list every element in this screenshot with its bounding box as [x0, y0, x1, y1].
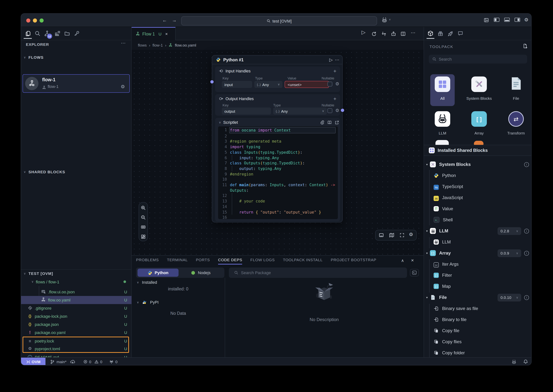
- tree-group-system-blocks[interactable]: ▾ System Blocks i: [424, 159, 532, 170]
- tree-group-llm[interactable]: ▾ LLM 0.2.8∨ i: [424, 225, 532, 237]
- tree-item-map[interactable]: [ ] Map: [424, 281, 532, 292]
- rerun-icon[interactable]: [371, 31, 377, 37]
- tree-item-copy-flies[interactable]: Copy flies: [424, 336, 532, 347]
- package-search-input[interactable]: Search Package: [229, 267, 407, 278]
- version-select[interactable]: 0.0.10∨: [497, 294, 521, 301]
- tree-item-value[interactable]: Value: [424, 203, 532, 214]
- toolpack-tab-icon[interactable]: [427, 30, 434, 37]
- output-connector-dot[interactable]: [340, 108, 345, 112]
- input-type-select[interactable]: {..} Any ∨: [254, 81, 282, 88]
- toggle-panel-icon[interactable]: [378, 232, 384, 238]
- add-input-handle-button[interactable]: +: [333, 68, 336, 74]
- info-icon[interactable]: i: [524, 251, 529, 255]
- file-blocks-icon[interactable]: [508, 76, 524, 91]
- branch-status-item[interactable]: main*: [50, 358, 75, 365]
- more-actions-icon[interactable]: ⋯: [121, 40, 126, 46]
- minimap-icon[interactable]: [389, 232, 394, 238]
- tab-ports[interactable]: PORTS: [196, 257, 210, 264]
- breadcrumb-item[interactable]: flow.oo.yaml: [175, 43, 196, 47]
- tree-item-shell[interactable]: >_ Shell: [424, 214, 532, 225]
- tab-code-deps[interactable]: CODE DEPS: [218, 257, 242, 264]
- all-blocks-icon[interactable]: [435, 77, 450, 92]
- flow-canvas[interactable]: Python #1 ▷ ⋯ Input Handles + Key Type V…: [132, 50, 424, 255]
- extensions-tab-icon[interactable]: [54, 30, 61, 37]
- minimize-window-button[interactable]: [33, 19, 37, 22]
- tab-problems[interactable]: PROBLEMS: [136, 257, 159, 264]
- output-key-field[interactable]: output: [222, 107, 271, 114]
- tree-item-binary-to-file[interactable]: Binary to file: [424, 314, 532, 325]
- test-ovm-section-header[interactable]: TEST [OVM]: [28, 271, 53, 276]
- info-icon[interactable]: i: [524, 229, 529, 233]
- input-key-field[interactable]: input: [222, 81, 252, 88]
- split-editor-icon[interactable]: [400, 31, 406, 37]
- add-output-handle-button[interactable]: +: [333, 96, 336, 102]
- tree-folder-flows-flow-1[interactable]: ∨ flows / flow-1: [21, 278, 132, 286]
- info-icon[interactable]: i: [524, 162, 529, 167]
- tree-group-file[interactable]: ▾ File 0.0.10∨ i: [424, 292, 532, 303]
- output-type-select[interactable]: {..} Any ∨: [273, 107, 327, 114]
- pypi-group-header[interactable]: PyPI: [150, 300, 159, 304]
- toggle-left-sidebar-icon[interactable]: [494, 18, 499, 22]
- scriptlet-code-editor[interactable]: 1from oocana import Context2 3#region ge…: [218, 126, 338, 219]
- fit-view-icon[interactable]: [399, 232, 405, 238]
- gift-tab-icon[interactable]: [437, 30, 444, 37]
- tree-item-copy-file[interactable]: Copy file: [424, 325, 532, 336]
- tree-item-binary-save-as-file[interactable]: Binary save as file: [424, 303, 532, 314]
- tree-item-python[interactable]: Python: [424, 170, 532, 181]
- zoom-in-icon[interactable]: [141, 205, 146, 210]
- keys-tab-icon[interactable]: [74, 30, 80, 37]
- run-flow-icon[interactable]: ▷: [362, 29, 366, 35]
- tab-toolpack-install[interactable]: TOOLPACK INSTALL: [283, 257, 323, 264]
- customize-layout-icon[interactable]: [483, 17, 489, 23]
- folder-tab-icon[interactable]: [64, 30, 70, 37]
- info-icon[interactable]: i: [524, 295, 529, 300]
- python-node-card[interactable]: Python #1 ▷ ⋯ Input Handles + Key Type V…: [212, 55, 343, 222]
- remote-indicator[interactable]: OVM: [21, 358, 45, 365]
- file-row[interactable]: .flow.ui.oo.json U: [21, 288, 132, 296]
- system-blocks-icon[interactable]: [471, 77, 487, 92]
- file-row-selected[interactable]: flow.oo.yaml U: [21, 296, 132, 304]
- collapse-panel-icon[interactable]: ∧: [401, 258, 404, 263]
- file-row[interactable]: ≡ poetry.lock U: [21, 337, 132, 345]
- close-panel-icon[interactable]: ×: [411, 258, 414, 263]
- open-external-icon[interactable]: [334, 120, 339, 125]
- tab-terminal[interactable]: TERMINAL: [167, 257, 188, 264]
- version-select[interactable]: 0.0.9∨: [497, 249, 521, 257]
- tree-item-llm[interactable]: LLM: [424, 237, 532, 248]
- run-node-icon[interactable]: ▷: [329, 57, 333, 62]
- tab-project-bootstrap[interactable]: PROJECT BOOTSTRAP: [331, 257, 376, 264]
- explorer-tab-icon[interactable]: [25, 30, 31, 37]
- close-tab-icon[interactable]: ×: [165, 31, 168, 37]
- tree-group-array[interactable]: ▾ [ ] Array 0.0.9∨ i: [424, 248, 532, 259]
- installed-group-header[interactable]: Installed: [142, 280, 157, 285]
- nullable-checkbox[interactable]: [327, 108, 332, 113]
- export-icon[interactable]: [391, 31, 396, 37]
- tree-item-filter[interactable]: [ ] Filter: [424, 270, 532, 281]
- tree-item-typescript[interactable]: TS TypeScript: [424, 181, 532, 192]
- llm-blocks-icon[interactable]: [435, 111, 450, 127]
- command-center-search[interactable]: test [OVM]: [181, 16, 377, 26]
- new-toolpack-icon[interactable]: [522, 43, 528, 49]
- maximize-window-button[interactable]: [40, 19, 44, 22]
- compare-changes-icon[interactable]: [381, 31, 387, 37]
- shared-blocks-section-header[interactable]: SHARED BLOCKS: [28, 170, 65, 174]
- nullable-checkbox[interactable]: [327, 82, 332, 86]
- problems-status-item[interactable]: 0 0: [83, 358, 102, 365]
- node-header[interactable]: Python #1 ▷ ⋯: [212, 56, 342, 64]
- tree-item-javascript[interactable]: JS JavaScript: [424, 192, 532, 203]
- docs-icon[interactable]: [327, 120, 332, 125]
- input-value-field-unset[interactable]: <unset>: [285, 81, 329, 88]
- breadcrumb-item[interactable]: flows: [138, 43, 147, 47]
- notifications-bell-icon[interactable]: [523, 359, 528, 364]
- rabbit-status-icon[interactable]: [511, 359, 517, 365]
- file-row[interactable]: {} package-lock.json U: [21, 312, 132, 320]
- history-back-button[interactable]: ←: [162, 17, 167, 23]
- fit-width-icon[interactable]: [141, 224, 146, 230]
- transform-blocks-icon[interactable]: ⇄: [508, 111, 524, 127]
- array-blocks-icon[interactable]: [ ]: [471, 111, 487, 127]
- toggle-right-sidebar-icon[interactable]: [515, 18, 520, 22]
- file-row[interactable]: ⚙ pyproject.toml U: [21, 345, 132, 352]
- feedback-tab-icon[interactable]: [457, 30, 464, 37]
- toggle-bottom-panel-icon[interactable]: [504, 18, 510, 22]
- file-row[interactable]: .gitignore U: [21, 304, 132, 312]
